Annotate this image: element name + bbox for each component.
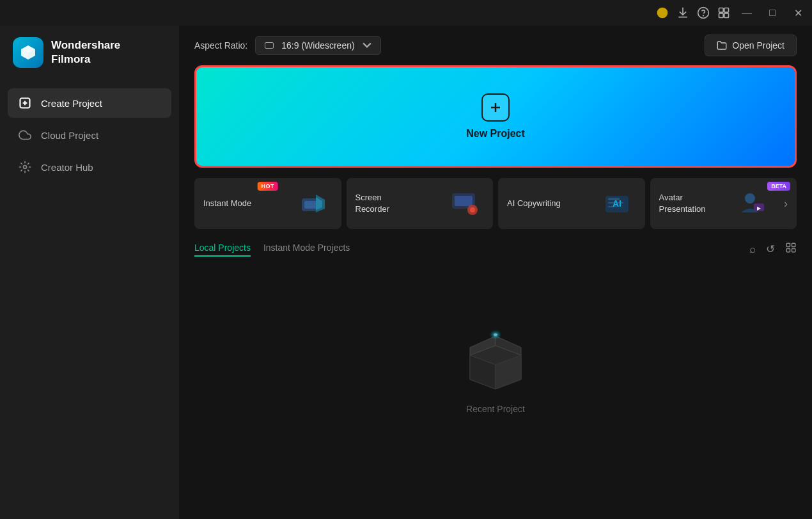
aspect-ratio-label: Aspect Ratio:: [194, 40, 247, 51]
open-project-label: Open Project: [732, 40, 785, 51]
minimize-button[interactable]: —: [738, 4, 756, 22]
svg-rect-5: [724, 8, 729, 13]
svg-rect-27: [792, 243, 795, 246]
svg-point-9: [24, 166, 27, 169]
new-project-label: New Project: [466, 128, 525, 140]
empty-state: Recent Project: [179, 257, 812, 519]
beta-badge: BETA: [767, 182, 790, 191]
svg-rect-6: [719, 13, 724, 18]
folder-icon: [717, 40, 727, 51]
aspect-ratio-value: 16:9 (Widescreen): [281, 40, 354, 51]
svg-rect-29: [792, 249, 795, 252]
screen-recorder-label: Screen Recorder: [355, 192, 413, 215]
sidebar: Wondershare Filmora Create Project Cloud…: [0, 0, 179, 519]
avatar-presentation-label: Avatar Presentation: [659, 192, 717, 215]
creator-hub-icon: [18, 160, 32, 174]
grid-view-icon[interactable]: [785, 242, 797, 257]
download-icon[interactable]: [676, 6, 689, 19]
sidebar-item-creator-hub[interactable]: Creator Hub: [8, 152, 171, 182]
svg-rect-7: [724, 13, 729, 18]
create-project-icon: [18, 96, 32, 110]
support-icon[interactable]: [697, 6, 710, 19]
svg-rect-28: [786, 249, 790, 252]
projects-section: Local Projects Instant Mode Projects ⌕ ↺: [194, 242, 797, 257]
app-logo: Wondershare Filmora: [0, 26, 179, 83]
main-content: Aspect Ratio: 16:9 (Widescreen) Open Pro…: [179, 0, 812, 519]
sidebar-nav: Create Project Cloud Project Creator Hub: [0, 83, 179, 187]
svg-point-17: [470, 207, 475, 212]
titlebar-icons: ! — □ ✕: [656, 4, 807, 22]
svg-rect-20: [608, 198, 620, 200]
sidebar-item-cloud-project[interactable]: Cloud Project: [8, 120, 171, 150]
empty-label: Recent Project: [466, 404, 525, 414]
instant-mode-label: Instant Mode: [203, 198, 251, 209]
ai-copywriting-visual: AI: [600, 186, 636, 221]
svg-rect-26: [786, 243, 790, 246]
new-project-icon: [481, 93, 510, 122]
layout-icon[interactable]: [717, 6, 730, 19]
monitor-icon: [265, 42, 274, 49]
maximize-button[interactable]: □: [763, 4, 781, 22]
quick-card-ai-copywriting[interactable]: AI Copywriting AI: [498, 178, 645, 229]
avatar-presentation-visual: ▶: [732, 186, 768, 221]
close-button[interactable]: ✕: [789, 4, 807, 22]
sidebar-item-create-project[interactable]: Create Project: [8, 88, 171, 118]
chevron-down-icon: [363, 41, 371, 50]
svg-point-36: [494, 333, 497, 336]
app-name: Wondershare Filmora: [51, 38, 120, 67]
ai-copywriting-label: AI Copywriting: [507, 198, 561, 209]
hot-badge: HOT: [258, 182, 279, 191]
create-project-label: Create Project: [41, 98, 102, 109]
svg-point-3: [703, 15, 704, 16]
svg-rect-22: [608, 206, 617, 207]
tab-instant-mode-projects[interactable]: Instant Mode Projects: [263, 243, 350, 257]
projects-tabs: Local Projects Instant Mode Projects: [194, 243, 350, 257]
quick-card-avatar-presentation[interactable]: BETA Avatar Presentation ▶ ›: [650, 178, 797, 229]
instant-mode-visual: [297, 186, 332, 221]
quick-card-screen-recorder[interactable]: Screen Recorder: [347, 178, 494, 229]
cloud-project-label: Cloud Project: [41, 130, 98, 141]
tab-local-projects[interactable]: Local Projects: [194, 243, 251, 257]
cloud-project-icon: [18, 128, 32, 142]
header-bar: Aspect Ratio: 16:9 (Widescreen) Open Pro…: [179, 26, 812, 65]
svg-text:!: !: [661, 9, 663, 16]
aspect-ratio-dropdown[interactable]: 16:9 (Widescreen): [255, 36, 380, 55]
logo-icon: [13, 37, 43, 68]
svg-rect-11: [304, 201, 317, 209]
open-project-button[interactable]: Open Project: [705, 35, 797, 56]
plus-icon: [488, 100, 503, 115]
tabs-actions: ⌕ ↺: [749, 242, 797, 257]
titlebar: ! — □ ✕: [0, 0, 812, 26]
svg-rect-4: [719, 8, 724, 13]
empty-box-icon: [457, 323, 534, 394]
refresh-icon[interactable]: ↺: [766, 243, 775, 256]
svg-rect-15: [455, 196, 472, 206]
aspect-ratio-row: Aspect Ratio: 16:9 (Widescreen): [194, 36, 381, 55]
creator-hub-label: Creator Hub: [41, 162, 93, 173]
notification-icon[interactable]: !: [656, 6, 669, 19]
tabs-row: Local Projects Instant Mode Projects ⌕ ↺: [194, 242, 797, 257]
quick-cards: HOT Instant Mode Screen Recorder: [194, 178, 797, 229]
search-icon[interactable]: ⌕: [749, 243, 756, 256]
svg-text:▶: ▶: [757, 205, 761, 211]
quick-card-instant-mode[interactable]: HOT Instant Mode: [194, 178, 341, 229]
screen-recorder-visual: [448, 186, 484, 221]
svg-point-23: [745, 193, 755, 204]
chevron-right-icon: ›: [784, 197, 788, 211]
svg-rect-21: [608, 202, 623, 204]
new-project-banner[interactable]: New Project: [194, 65, 797, 168]
